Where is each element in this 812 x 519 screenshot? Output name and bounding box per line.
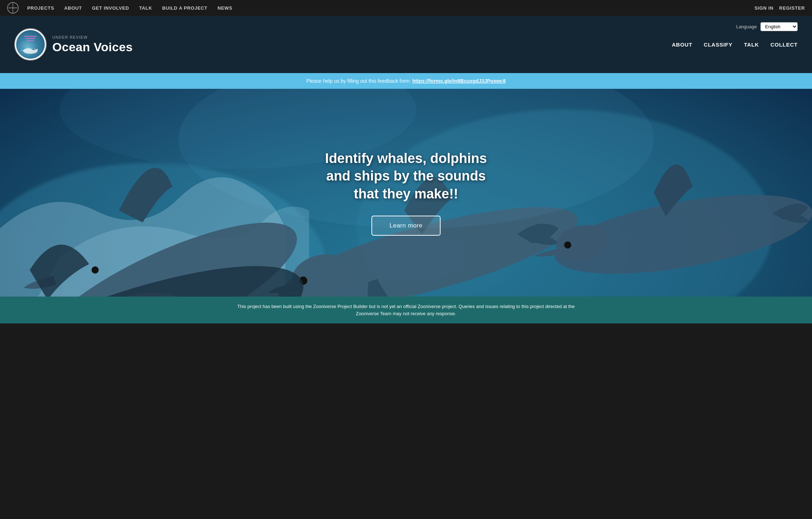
zooniverse-logo[interactable] xyxy=(7,2,19,14)
nav-talk[interactable]: TALK xyxy=(139,5,152,11)
nav-about[interactable]: ABOUT xyxy=(64,5,82,11)
nav-build-a-project[interactable]: BUILD A PROJECT xyxy=(162,5,208,11)
hero-section: Identify whales, dolphins and ships by t… xyxy=(0,89,812,297)
sign-in-link[interactable]: SIGN IN xyxy=(754,5,773,11)
svg-point-9 xyxy=(92,266,99,274)
project-title-wrap: UNDER REVIEW Ocean Voices xyxy=(52,35,133,54)
footer-text: This project has been built using the Zo… xyxy=(227,303,585,317)
project-nav-talk[interactable]: TALK xyxy=(744,42,759,48)
feedback-text: Please help us by filling out this feedb… xyxy=(306,78,412,84)
project-nav-classify[interactable]: CLASSIFY xyxy=(704,42,732,48)
feedback-banner: Please help us by filling out this feedb… xyxy=(0,73,812,89)
top-nav-auth: SIGN IN REGISTER xyxy=(754,5,805,11)
nav-get-involved[interactable]: GET INVOLVED xyxy=(92,5,129,11)
project-title: Ocean Voices xyxy=(52,40,133,54)
footer-banner: This project has been built using the Zo… xyxy=(0,297,812,323)
language-select[interactable]: English Español Français Deutsch xyxy=(760,22,798,31)
project-nav-collect[interactable]: COLLECT xyxy=(770,42,798,48)
language-label: Language xyxy=(736,24,757,29)
project-header: Language English Español Français Deutsc… xyxy=(0,16,812,73)
project-nav: ABOUT CLASSIFY TALK COLLECT xyxy=(672,42,798,48)
register-link[interactable]: REGISTER xyxy=(779,5,805,11)
language-selector-row: Language English Español Français Deutsc… xyxy=(736,22,798,31)
nav-news[interactable]: NEWS xyxy=(217,5,232,11)
hero-title: Identify whales, dolphins and ships by t… xyxy=(313,150,499,203)
svg-point-4 xyxy=(33,49,34,50)
top-nav-links: PROJECTS ABOUT GET INVOLVED TALK BUILD A… xyxy=(27,5,754,11)
hero-content: Identify whales, dolphins and ships by t… xyxy=(313,150,499,236)
project-logo-wrap: UNDER REVIEW Ocean Voices xyxy=(14,28,672,61)
top-navigation: PROJECTS ABOUT GET INVOLVED TALK BUILD A… xyxy=(0,0,812,16)
whale-icon xyxy=(20,36,41,57)
project-logo xyxy=(14,28,47,61)
under-review-badge: UNDER REVIEW xyxy=(52,35,133,39)
feedback-link[interactable]: https://forms.gle/in8BcuxgdJ3JPoxwc8 xyxy=(412,78,506,84)
svg-point-15 xyxy=(564,241,571,249)
project-nav-about[interactable]: ABOUT xyxy=(672,42,692,48)
learn-more-button[interactable]: Learn more xyxy=(371,216,440,236)
nav-projects[interactable]: PROJECTS xyxy=(27,5,54,11)
